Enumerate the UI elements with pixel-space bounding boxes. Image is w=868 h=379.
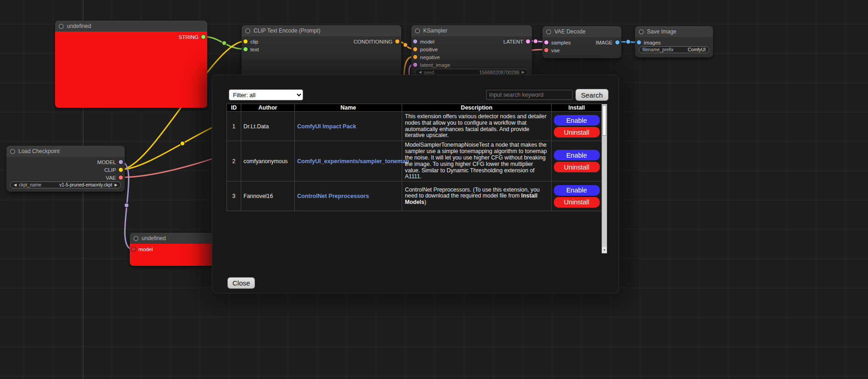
input-slot-clip[interactable] [243,39,248,44]
collapse-dot-icon[interactable] [10,149,15,154]
header-author: Author [241,104,295,112]
close-button[interactable]: Close [227,277,255,289]
node-load-checkpoint[interactable]: Load Checkpoint MODEL CLIP VAE [6,146,125,192]
node-title-bar[interactable]: Save Image [635,26,713,37]
uninstall-button[interactable]: Uninstall [554,127,600,137]
filename-prefix-widget[interactable]: filename_prefix ComfyUI [639,46,709,53]
header-name: Name [295,104,402,112]
search-button[interactable]: Search [575,89,608,101]
collapse-dot-icon[interactable] [59,24,64,29]
input-slot-images[interactable] [637,40,641,44]
output-slot-model[interactable] [119,160,123,164]
node-ksampler[interactable]: KSampler model LATENT positive [411,25,532,80]
collapse-dot-icon[interactable] [639,29,644,34]
scrollbar-down-arrow-icon[interactable]: ▼ [602,247,607,253]
node-title-bar[interactable]: CLIP Text Encode (Prompt) [242,25,401,36]
node-save-image[interactable]: Save Image images filename_prefix ComfyU… [635,26,713,57]
next-value-icon[interactable]: ▶ [115,183,117,187]
enable-button[interactable]: Enable [554,150,600,160]
cell-install: Enable Uninstall [552,141,602,181]
node-title: Save Image [647,28,676,35]
input-slot-label: vae [551,48,560,53]
input-slot-label: positive [420,47,438,52]
node-body: images filename_prefix ComfyUI [635,37,713,53]
scrollbar-thumb[interactable] [603,105,606,136]
node-title-bar[interactable]: VAE Decode [542,26,621,37]
prev-value-icon[interactable]: ◀ [14,183,17,187]
cell-author: Fannovel16 [241,181,295,211]
cell-id: 3 [227,181,241,211]
graph-canvas[interactable]: undefined STRING CLIP Text Encode (Promp… [0,0,868,379]
widget-label: ckpt_name [19,182,41,187]
extension-link[interactable]: ControlNet Preprocessors [297,193,369,199]
description-text: ) [424,199,426,205]
input-slot-label: latent_image [420,62,450,68]
uninstall-button[interactable]: Uninstall [554,197,600,208]
search-input[interactable] [486,90,573,100]
node-title-bar[interactable]: Load Checkpoint [6,146,125,157]
link-midpoint-dot [533,39,538,44]
input-slot-samples[interactable] [544,40,548,44]
extensions-table: ID Author Name Description Install 1 Dr.… [227,104,602,211]
output-slot-image[interactable] [615,40,619,44]
cell-author: Dr.Lt.Data [241,112,295,141]
output-slot-label: IMAGE [596,40,613,45]
table-row: 1 Dr.Lt.Data ComfyUI Impact Pack This ex… [227,112,602,141]
output-slot-label: CLIP [104,167,116,173]
collapse-dot-icon[interactable] [245,28,250,33]
extension-link[interactable]: ComfyUI Impact Pack [297,123,356,130]
input-slot-label: samples [551,40,571,45]
node-title-bar[interactable]: undefined [55,21,207,32]
node-body: MODEL CLIP VAE ◀ ckpt_name v1-5-prun [6,157,125,188]
enable-button[interactable]: Enable [554,115,600,126]
input-slot-model[interactable] [413,39,417,44]
table-header-row: ID Author Name Description Install [227,104,602,112]
output-slot-conditioning[interactable] [395,39,399,44]
input-slot-latent-image[interactable] [413,63,417,67]
node-title-bar[interactable]: undefined [130,233,221,244]
prev-value-icon[interactable]: ◀ [419,70,421,74]
output-slot-latent[interactable] [526,39,530,44]
output-slot-label: MODEL [97,159,116,165]
input-slot-vae[interactable] [544,48,548,52]
node-title: undefined [142,235,166,242]
extension-link[interactable]: ComfyUI_experiments/sampler_tonemap [297,158,409,165]
enable-button[interactable]: Enable [554,185,600,196]
cell-name: ControlNet Preprocessors [295,181,402,211]
collapse-dot-icon[interactable] [546,29,551,34]
node-undefined-top[interactable]: undefined STRING [55,21,207,108]
node-vae-decode[interactable]: VAE Decode samples IMAGE vae [542,26,621,58]
input-slot-text[interactable] [243,47,248,51]
widget-value: v1-5-pruned-emaonly.ckpt [59,182,112,187]
table-row: 3 Fannovel16 ControlNet Preprocessors Co… [227,181,602,211]
node-undefined-bottom[interactable]: undefined model [130,233,221,266]
input-slot-label: clip [250,39,258,44]
input-slot-label: model [420,39,434,44]
input-slot-model[interactable] [132,247,136,251]
header-install: Install [552,104,602,112]
filter-select[interactable]: Filter: all [229,89,303,100]
input-slot-positive[interactable] [413,47,417,51]
output-slot-clip[interactable] [119,168,123,172]
collapse-dot-icon[interactable] [415,28,420,33]
input-slot-label: text [250,47,259,52]
node-body: samples IMAGE vae [542,37,621,54]
output-slot-label: LATENT [503,39,523,44]
next-value-icon[interactable]: ▶ [522,70,525,74]
output-slot-string[interactable] [201,35,205,39]
header-description: Description [402,104,552,112]
node-body: STRING [55,32,207,108]
node-title-bar[interactable]: KSampler [411,25,532,36]
input-slot-negative[interactable] [413,55,417,59]
cell-description: ModelSamplerTonemapNoiseTest a node that… [402,141,552,181]
node-body: model [130,244,221,266]
node-clip-text-encode[interactable]: CLIP Text Encode (Prompt) clip CONDITION… [242,25,401,80]
header-id: ID [227,104,241,112]
output-slot-vae[interactable] [119,176,123,180]
collapse-dot-icon[interactable] [133,236,138,241]
ckpt-name-widget[interactable]: ◀ ckpt_name v1-5-pruned-emaonly.ckpt ▶ [10,181,121,188]
extensions-table-container: ID Author Name Description Install 1 Dr.… [227,104,602,253]
uninstall-button[interactable]: Uninstall [554,162,600,172]
install-custom-nodes-dialog: Filter: all Search ID Author Name Descri… [212,75,619,293]
table-scrollbar[interactable]: ▼ [602,104,607,253]
